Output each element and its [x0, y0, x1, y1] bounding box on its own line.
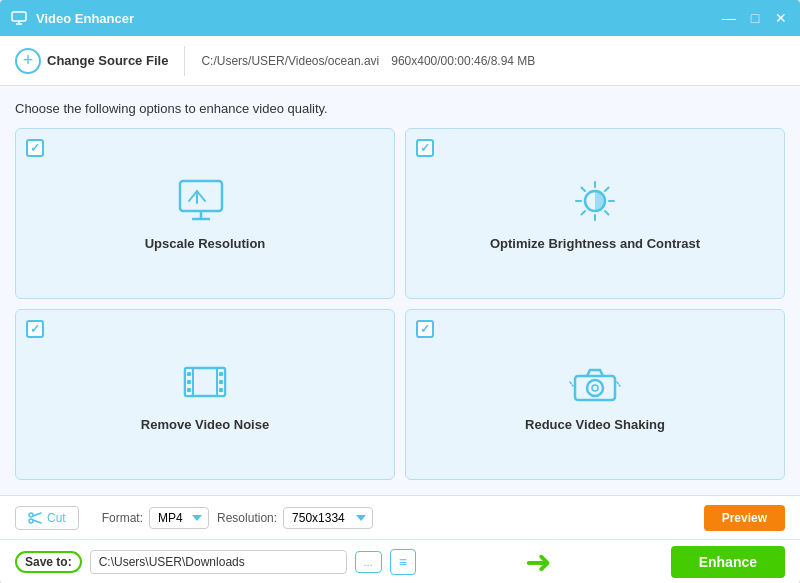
add-circle-icon: + — [15, 48, 41, 74]
resolution-group: Resolution: 750x1334 960x400 1280x720 19… — [217, 507, 373, 529]
svg-line-7 — [197, 191, 205, 201]
window-controls: — □ ✕ — [720, 9, 790, 27]
brightness-checkbox[interactable] — [416, 139, 434, 157]
format-label: Format: — [102, 511, 143, 525]
cut-button[interactable]: Cut — [15, 506, 79, 530]
save-path-input[interactable] — [90, 550, 347, 574]
svg-rect-22 — [187, 380, 191, 384]
svg-rect-23 — [187, 388, 191, 392]
svg-rect-0 — [12, 12, 26, 21]
browse-button[interactable]: ... — [355, 551, 382, 573]
svg-point-29 — [592, 385, 598, 391]
noise-checkbox[interactable] — [26, 320, 44, 338]
svg-line-31 — [617, 382, 620, 386]
title-bar: Video Enhancer — □ ✕ — [0, 0, 800, 36]
save-bar: Save to: ... ≡ ➜ Enhance — [0, 539, 800, 583]
change-source-label: Change Source File — [47, 53, 168, 68]
brightness-icon — [565, 176, 625, 226]
source-file-path: C:/Users/USER/Videos/ocean.avi — [201, 54, 379, 68]
shaking-icon — [565, 357, 625, 407]
option-card-noise[interactable]: Remove Video Noise — [15, 309, 395, 480]
option-card-brightness[interactable]: Optimize Brightness and Contrast — [405, 128, 785, 299]
upscale-icon — [175, 176, 235, 226]
format-select[interactable]: MP4 AVI MOV MKV WMV — [149, 507, 209, 529]
bottom-toolbar: Cut Format: MP4 AVI MOV MKV WMV Resoluti… — [0, 495, 800, 539]
source-bar: + Change Source File C:/Users/USER/Video… — [0, 36, 800, 86]
svg-rect-24 — [219, 372, 223, 376]
app-window: Video Enhancer — □ ✕ + Change Source Fil… — [0, 0, 800, 583]
options-grid: Upscale Resolution — [15, 128, 785, 480]
arrow-spacer: ➜ — [424, 543, 663, 581]
shaking-label: Reduce Video Shaking — [525, 417, 665, 432]
svg-rect-21 — [187, 372, 191, 376]
main-content: Choose the following options to enhance … — [0, 86, 800, 495]
maximize-button[interactable]: □ — [746, 9, 764, 27]
list-button[interactable]: ≡ — [390, 549, 416, 575]
save-to-label: Save to: — [15, 551, 82, 573]
svg-line-17 — [582, 211, 586, 215]
app-icon — [10, 9, 28, 27]
scissors-icon — [28, 511, 42, 525]
instruction-text: Choose the following options to enhance … — [15, 101, 785, 116]
svg-line-14 — [582, 188, 586, 192]
svg-line-16 — [605, 188, 609, 192]
svg-rect-25 — [219, 380, 223, 384]
option-card-shaking[interactable]: Reduce Video Shaking — [405, 309, 785, 480]
change-source-button[interactable]: + Change Source File — [15, 48, 168, 74]
svg-line-35 — [33, 520, 41, 523]
svg-rect-26 — [219, 388, 223, 392]
noise-icon — [175, 357, 235, 407]
green-arrow-icon: ➜ — [525, 543, 552, 581]
svg-line-30 — [570, 382, 573, 386]
svg-line-6 — [189, 191, 197, 201]
noise-label: Remove Video Noise — [141, 417, 269, 432]
upscale-label: Upscale Resolution — [145, 236, 266, 251]
svg-line-34 — [33, 513, 41, 516]
close-button[interactable]: ✕ — [772, 9, 790, 27]
enhance-button[interactable]: Enhance — [671, 546, 785, 578]
source-divider — [184, 46, 185, 76]
resolution-label: Resolution: — [217, 511, 277, 525]
shaking-checkbox[interactable] — [416, 320, 434, 338]
preview-button[interactable]: Preview — [704, 505, 785, 531]
resolution-select[interactable]: 750x1334 960x400 1280x720 1920x1080 — [283, 507, 373, 529]
option-card-upscale[interactable]: Upscale Resolution — [15, 128, 395, 299]
upscale-checkbox[interactable] — [26, 139, 44, 157]
svg-point-28 — [587, 380, 603, 396]
window-title: Video Enhancer — [36, 11, 720, 26]
minimize-button[interactable]: — — [720, 9, 738, 27]
svg-line-15 — [605, 211, 609, 215]
format-group: Format: MP4 AVI MOV MKV WMV — [102, 507, 209, 529]
cut-label: Cut — [47, 511, 66, 525]
source-file-meta: 960x400/00:00:46/8.94 MB — [391, 54, 535, 68]
brightness-label: Optimize Brightness and Contrast — [490, 236, 700, 251]
